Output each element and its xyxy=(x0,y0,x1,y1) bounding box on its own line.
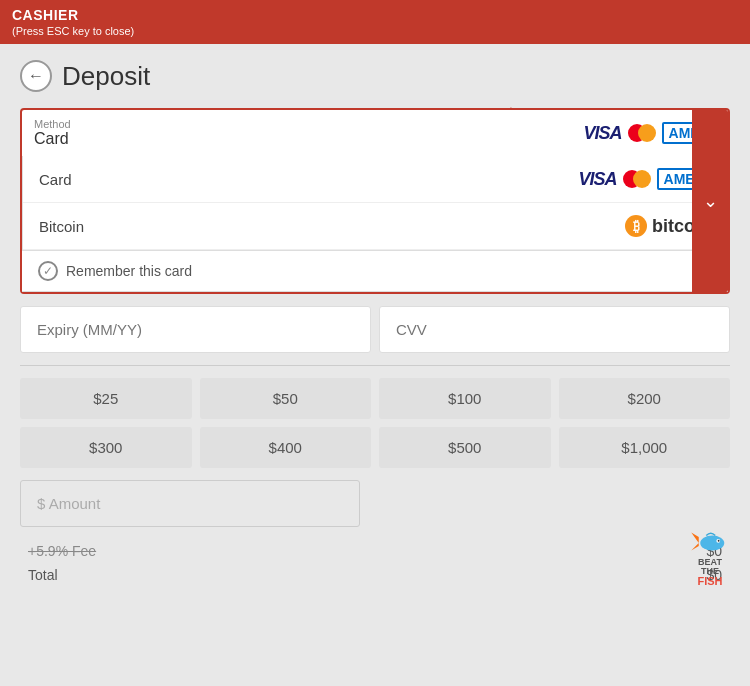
remember-label: Remember this card xyxy=(66,263,192,279)
card-mc-right xyxy=(633,170,651,188)
card-visa-icon: VISA xyxy=(579,169,617,190)
card-option-label: Card xyxy=(39,171,72,188)
amount-button[interactable]: $1,000 xyxy=(559,427,731,468)
amount-button[interactable]: $500 xyxy=(379,427,551,468)
dropdown-toggle[interactable]: ⌄ xyxy=(692,110,728,292)
deposit-title-row: ← Deposit xyxy=(20,60,730,92)
fee-label: +5.9% Fee xyxy=(28,543,96,559)
separator xyxy=(20,365,730,366)
btf-logo: BEAT THE FISH xyxy=(690,528,730,587)
card-fields xyxy=(20,306,730,353)
method-dropdown-header[interactable]: Method Card VISA AMEX ⌄ xyxy=(22,110,728,156)
card-mc-icon xyxy=(623,170,651,188)
svg-point-5 xyxy=(718,540,720,542)
visa-icon: VISA xyxy=(584,123,622,144)
cashier-title: CASHIER xyxy=(12,6,738,24)
amount-button[interactable]: $50 xyxy=(200,378,372,419)
cashier-subtitle: (Press ESC key to close) xyxy=(12,24,738,38)
svg-point-2 xyxy=(700,536,724,551)
btf-fish-icon xyxy=(690,528,730,558)
mc-right-circle xyxy=(638,124,656,142)
amount-button[interactable]: $25 xyxy=(20,378,192,419)
total-label: Total xyxy=(28,567,58,583)
dropdown-menu: Card VISA AMEX Bitcoin ₿ bitcoin xyxy=(22,156,728,251)
total-row: Total $0 xyxy=(20,563,730,587)
cvv-input[interactable] xyxy=(379,306,730,353)
amount-grid: $25$50$100$200$300$400$500$1,000 xyxy=(20,378,730,468)
dropdown-item-bitcoin[interactable]: Bitcoin ₿ bitcoin xyxy=(23,203,727,250)
remember-check-icon: ✓ xyxy=(38,261,58,281)
amount-placeholder: $ Amount xyxy=(37,495,100,512)
bitcoin-option-label: Bitcoin xyxy=(39,218,84,235)
back-button[interactable]: ← xyxy=(20,60,52,92)
main-area: ← Deposit Method Card VISA AMEX ⌄ Car xyxy=(0,44,750,603)
amount-button[interactable]: $400 xyxy=(200,427,372,468)
btf-fish-text: FISH xyxy=(697,576,722,587)
page-title: Deposit xyxy=(62,61,150,92)
remember-card-row[interactable]: ✓ Remember this card xyxy=(22,251,728,292)
svg-marker-3 xyxy=(691,533,699,551)
dropdown-item-card[interactable]: Card VISA AMEX xyxy=(23,156,727,203)
amount-button[interactable]: $200 xyxy=(559,378,731,419)
method-dropdown[interactable]: Method Card VISA AMEX ⌄ Card VISA xyxy=(20,108,730,294)
cashier-header: CASHIER (Press ESC key to close) xyxy=(0,0,750,44)
method-value: Card xyxy=(34,130,71,148)
bitcoin-circle-icon: ₿ xyxy=(625,215,647,237)
expiry-input[interactable] xyxy=(20,306,371,353)
mastercard-icon xyxy=(628,124,656,142)
method-label: Method xyxy=(34,118,71,130)
amount-input-container[interactable]: $ Amount xyxy=(20,480,360,527)
fee-row: +5.9% Fee $0 xyxy=(20,539,730,563)
method-label-group: Method Card xyxy=(34,118,71,148)
amount-button[interactable]: $300 xyxy=(20,427,192,468)
amount-button[interactable]: $100 xyxy=(379,378,551,419)
